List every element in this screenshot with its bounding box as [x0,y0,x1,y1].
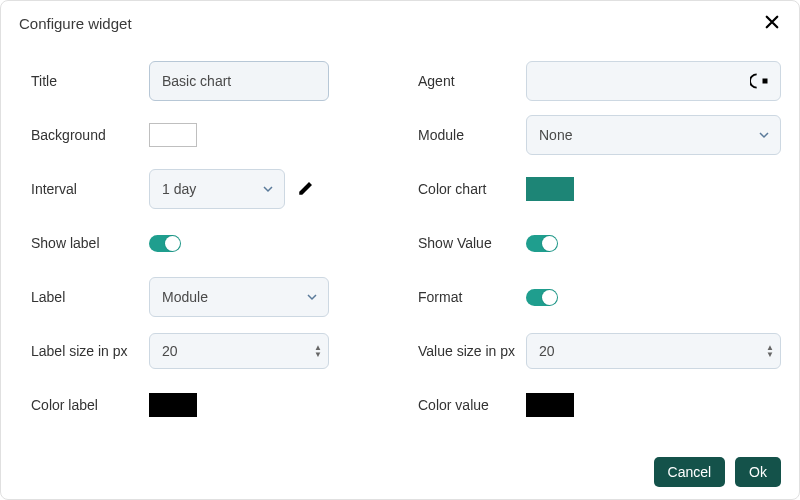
left-column: Title Background Interval 1 day [31,50,398,428]
row-format: Format [418,274,781,320]
module-select-value: None [539,127,572,143]
color-label-label: Color label [31,397,149,413]
dialog-title: Configure widget [19,15,132,32]
row-module: Module None [418,112,781,158]
row-show-label: Show label [31,220,368,266]
label-label: Label [31,289,149,305]
row-label-size: Label size in px 20 ▲ ▼ [31,328,368,374]
show-value-label: Show Value [418,235,526,251]
agent-picker-icon [750,71,770,91]
row-value-size: Value size in px 20 ▲ ▼ [418,328,781,374]
module-label: Module [418,127,526,143]
show-value-toggle[interactable] [526,235,558,252]
cancel-button[interactable]: Cancel [654,457,726,487]
row-agent: Agent [418,58,781,104]
row-background: Background [31,112,368,158]
label-select[interactable]: Module [149,277,329,317]
interval-select[interactable]: 1 day [149,169,285,209]
caret-down-icon: ▼ [766,351,774,358]
dialog-footer: Cancel Ok [654,457,781,487]
chevron-down-icon [262,183,274,195]
interval-edit-button[interactable] [295,178,317,200]
row-color-label: Color label [31,382,368,428]
row-interval: Interval 1 day [31,166,368,212]
agent-label: Agent [418,73,526,89]
row-color-value: Color value [418,382,781,428]
row-show-value: Show Value [418,220,781,266]
label-size-label: Label size in px [31,343,149,359]
row-title: Title [31,58,368,104]
interval-label: Interval [31,181,149,197]
caret-down-icon: ▼ [314,351,322,358]
title-label: Title [31,73,149,89]
color-chart-picker[interactable] [526,177,574,201]
color-label-picker[interactable] [149,393,197,417]
chevron-down-icon [306,291,318,303]
close-icon [763,13,781,34]
show-label-toggle[interactable] [149,235,181,252]
value-size-input[interactable]: 20 ▲ ▼ [526,333,781,369]
label-select-value: Module [162,289,208,305]
color-chart-label: Color chart [418,181,526,197]
label-size-value: 20 [162,343,178,359]
value-size-spinner[interactable]: ▲ ▼ [766,344,774,358]
row-color-chart: Color chart [418,166,781,212]
svg-rect-0 [763,79,768,84]
agent-input[interactable] [526,61,781,101]
title-input[interactable] [149,61,329,101]
label-size-input[interactable]: 20 ▲ ▼ [149,333,329,369]
format-toggle[interactable] [526,289,558,306]
format-label: Format [418,289,526,305]
close-button[interactable] [763,13,781,34]
value-size-value: 20 [539,343,555,359]
background-label: Background [31,127,149,143]
color-value-picker[interactable] [526,393,574,417]
value-size-label: Value size in px [418,343,526,359]
row-label: Label Module [31,274,368,320]
right-column: Agent Module None Color chart [398,50,781,428]
module-select[interactable]: None [526,115,781,155]
dialog-content: Title Background Interval 1 day [1,38,799,436]
ok-button[interactable]: Ok [735,457,781,487]
label-size-spinner[interactable]: ▲ ▼ [314,344,322,358]
background-color-picker[interactable] [149,123,197,147]
pencil-icon [297,179,315,200]
configure-widget-dialog: Configure widget Title Background Interv… [0,0,800,500]
color-value-label: Color value [418,397,526,413]
chevron-down-icon [758,129,770,141]
interval-select-value: 1 day [162,181,196,197]
dialog-header: Configure widget [1,1,799,38]
show-label-label: Show label [31,235,149,251]
